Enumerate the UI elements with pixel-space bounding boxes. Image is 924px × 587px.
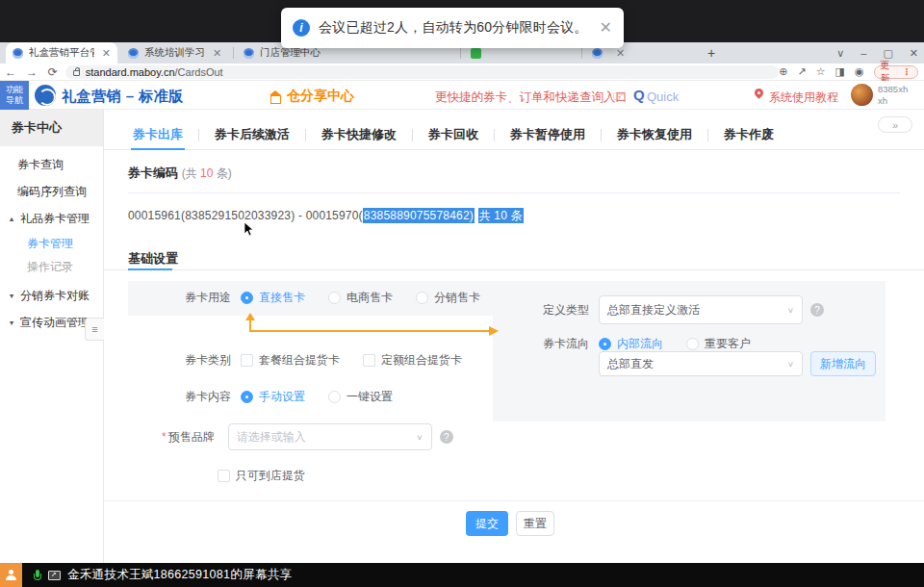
sidebar-group-distribution-reconciliation[interactable]: ▼ 分销券卡对账	[0, 287, 103, 304]
section-active-underline	[128, 268, 172, 270]
chevron-down-icon: ∨	[416, 433, 423, 442]
warehouse-icon	[270, 90, 282, 103]
tab-card-restore[interactable]: 券卡恢复使用	[602, 120, 707, 150]
reset-button[interactable]: 重置	[516, 511, 554, 536]
flow-select[interactable]: 总部直发 ∨	[599, 351, 803, 376]
quick-label[interactable]: Quick	[647, 89, 679, 104]
share-icon[interactable]: ↗	[797, 65, 806, 78]
back-icon[interactable]: ←	[0, 65, 21, 79]
tab-separator	[233, 47, 234, 59]
help-icon[interactable]: ?	[440, 430, 453, 444]
meeting-banner-text: 会议已超过2人，自动转为60分钟限时会议。	[319, 19, 588, 37]
zoom-icon[interactable]: ⊕	[779, 65, 787, 78]
radio-internal-flow[interactable]: 内部流向	[599, 336, 663, 352]
tab-separator	[581, 47, 582, 59]
browser-tab-2[interactable]: 系统培训学习 ✕	[121, 42, 231, 64]
profile-icon[interactable]: ◉	[855, 65, 864, 78]
radio-direct-sale[interactable]: 直接售卡	[241, 290, 305, 306]
triangle-up-icon: ▲	[8, 215, 14, 222]
card-usage-row: 券卡用途 直接售卡 电商售卡 分销售卡	[173, 290, 503, 306]
checkbox-off-icon	[218, 470, 230, 482]
forward-icon[interactable]: →	[21, 65, 42, 79]
presale-brand-row: * 预售品牌 请选择或输入 ∨ ?	[162, 423, 453, 450]
chevron-down-icon: ∨	[787, 306, 794, 315]
card-codes-heading: 券卡编码 (共 10 条)	[128, 165, 232, 182]
app-favicon	[244, 48, 254, 59]
sidebar-item-card-management[interactable]: 券卡管理	[0, 235, 103, 252]
tab-card-void[interactable]: 券卡作废	[708, 120, 789, 150]
user-name: 8385xh xh	[878, 84, 908, 107]
checkbox-off-icon	[363, 354, 375, 367]
section-basic-settings: 基础设置	[128, 250, 178, 268]
tab-card-suspend[interactable]: 券卡暂停使用	[495, 120, 601, 150]
tab-close-icon[interactable]: ✕	[213, 47, 221, 60]
lock-icon	[73, 70, 80, 76]
reload-icon[interactable]: ⟳	[42, 65, 64, 79]
divider	[128, 192, 900, 193]
sidebar: 券卡中心 券卡查询 编码序列查询 ▲ 礼品券卡管理 券卡管理 操作记录 ▼ 分销…	[0, 110, 104, 563]
presenter-icon[interactable]	[0, 563, 22, 587]
microphone-icon[interactable]	[34, 570, 41, 581]
radio-important-customer[interactable]: 重要客户	[686, 336, 751, 352]
browser-tab-1[interactable]: 礼盒营销平台管理中心 ✕	[6, 42, 117, 64]
window-close-button[interactable]: ✕	[910, 47, 918, 60]
minimize-button[interactable]: –	[860, 47, 866, 59]
radio-off-icon	[416, 292, 428, 304]
tab-card-later-activation[interactable]: 券卡后续激活	[199, 120, 305, 150]
radio-manual-setup[interactable]: 手动设置	[241, 389, 305, 405]
function-nav-toggle[interactable]: 功能 导航	[0, 81, 29, 110]
tab-separator	[460, 47, 461, 59]
card-code-range[interactable]: 00015961(8385291502033923) - 00015970(83…	[128, 208, 524, 224]
sidebar-title: 券卡中心	[0, 110, 103, 146]
help-icon[interactable]: ?	[810, 303, 824, 317]
radio-off-icon	[328, 292, 341, 304]
sidebar-item-code-sequence-query[interactable]: 编码序列查询	[0, 183, 103, 200]
sidebar-item-card-query[interactable]: 券卡查询	[0, 156, 103, 173]
tab-card-outbound[interactable]: 券卡出库	[117, 120, 198, 150]
tab-close-icon[interactable]: ✕	[102, 47, 111, 60]
submit-button[interactable]: 提交	[466, 511, 508, 536]
browser-tab-favicon	[471, 48, 481, 59]
checkbox-fixed-amount-combo-card[interactable]: 定额组合提货卡	[363, 352, 462, 369]
chrome-update-button[interactable]: 更新 ⋮	[874, 65, 918, 79]
presale-brand-select[interactable]: 请选择或输入 ∨	[228, 423, 432, 450]
sidebar-group-gift-card-management[interactable]: ▲ 礼品券卡管理	[0, 210, 103, 227]
add-flow-button[interactable]: 新增流向	[810, 351, 876, 376]
radio-ecommerce-sale[interactable]: 电商售卡	[328, 290, 393, 306]
sidebar-collapse-handle[interactable]: ≡	[85, 318, 104, 341]
user-avatar[interactable]	[851, 84, 873, 106]
triangle-down-icon: ▼	[8, 319, 14, 326]
mouse-cursor	[244, 221, 255, 237]
address-bar[interactable]: standard.maboy.cn/CardsOut	[65, 65, 779, 79]
radio-one-click-setup[interactable]: 一键设置	[328, 389, 393, 405]
radio-off-icon	[328, 391, 341, 403]
share-center-link[interactable]: 仓分享中心	[270, 88, 354, 105]
banner-close-icon[interactable]: ✕	[600, 20, 612, 36]
side-panel-icon[interactable]: ◨	[835, 65, 845, 78]
checkbox-package-combo-card[interactable]: 套餐组合提货卡	[241, 352, 340, 369]
checkbox-off-icon	[241, 354, 253, 367]
chevron-down-icon: ∨	[787, 360, 794, 369]
radio-distribution-sale[interactable]: 分销售卡	[416, 290, 480, 306]
checkbox-store-pickup-only[interactable]: 只可到店提货	[218, 468, 305, 484]
menu-dots-icon: ⋮	[902, 66, 911, 77]
card-content-row: 券卡内容 手动设置 一键设置	[173, 389, 416, 405]
browser-tab-title: 礼盒营销平台管理中心	[29, 46, 94, 60]
info-icon: i	[293, 19, 310, 37]
sidebar-item-operation-log[interactable]: 操作记录	[0, 258, 103, 275]
browser-tab-favicon	[592, 48, 603, 59]
new-tab-button[interactable]: +	[703, 44, 720, 62]
tab-card-quick-edit[interactable]: 券卡快捷修改	[306, 120, 412, 150]
tab-search-icon[interactable]: ∨	[836, 47, 844, 60]
app-logo	[35, 85, 56, 106]
tab-close-icon[interactable]: ✕	[616, 47, 625, 60]
system-tutorial-link[interactable]: 系统使用教程	[769, 89, 838, 106]
quick-search-icon[interactable]: Q	[633, 87, 645, 103]
main-content: 券卡出库 券卡后续激活 券卡快捷修改 券卡回收 券卡暂停使用 券卡恢复使用 券卡…	[104, 110, 924, 563]
radio-on-icon	[241, 391, 253, 403]
window-controls: ∨ – ▢ ✕	[836, 42, 918, 64]
tab-card-recycle[interactable]: 券卡回收	[413, 120, 494, 150]
bookmark-star-icon[interactable]: ☆	[816, 65, 826, 78]
define-type-select[interactable]: 总部直接定义激活 ∨	[599, 295, 803, 324]
tabs-more-button[interactable]: »	[878, 116, 912, 133]
